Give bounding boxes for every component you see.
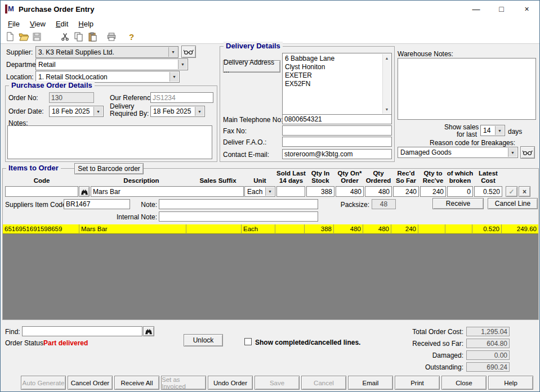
chevron-down-icon[interactable]: ▼ — [195, 107, 204, 116]
save-button: Save — [255, 376, 300, 390]
maximize-button[interactable]: □ — [489, 1, 514, 17]
col-header-latest-cost: LatestCost — [473, 169, 503, 184]
menu-edit[interactable]: Edit — [51, 19, 73, 29]
latest-cost-input[interactable] — [474, 186, 502, 197]
address-scrollbar[interactable]: ▲ ▼ — [382, 54, 391, 114]
open-folder-icon[interactable] — [17, 31, 30, 43]
col-header-code: Code — [5, 169, 78, 184]
breakages-combo[interactable]: Damaged Goods ▼ — [398, 147, 518, 158]
chevron-down-icon[interactable]: ▼ — [93, 107, 102, 116]
delivery-address-button[interactable]: Delivery Address ... — [223, 60, 280, 73]
print-button[interactable]: Print — [395, 376, 440, 390]
unlock-button[interactable]: Unlock — [184, 334, 223, 346]
our-reference-label: Our Reference: — [110, 94, 156, 102]
suppliers-item-code-input[interactable] — [64, 199, 130, 209]
item-code-input[interactable] — [5, 186, 78, 197]
find-search-button[interactable] — [143, 326, 154, 336]
chevron-down-icon[interactable]: ▼ — [169, 72, 178, 82]
copy-icon[interactable] — [72, 31, 85, 43]
sold-last-input[interactable] — [276, 186, 305, 197]
close-button[interactable]: × — [514, 1, 539, 17]
check-icon: ✓ — [508, 188, 514, 196]
save-icon — [30, 31, 43, 43]
outstanding-field: 690.24 — [466, 362, 510, 372]
our-reference-input[interactable] — [150, 92, 213, 103]
department-combo[interactable]: Retail ▼ — [35, 58, 188, 70]
breakages-lookup-button[interactable] — [520, 146, 535, 159]
order-date-combo[interactable]: 18 Feb 2025 ▼ — [49, 106, 104, 117]
recd-so-far-input[interactable] — [393, 186, 419, 197]
chevron-down-icon[interactable]: ▼ — [168, 47, 177, 57]
scroll-up-icon[interactable]: ▲ — [383, 54, 391, 62]
notes-textarea[interactable] — [7, 125, 212, 159]
cell-broken — [445, 224, 472, 234]
supplier-combo[interactable]: 3. K3 Retail Supplies Ltd. ▼ — [35, 46, 178, 58]
chevron-down-icon[interactable]: ▼ — [508, 148, 517, 157]
cell-description: Mars Bar — [79, 224, 186, 234]
delivery-address-box[interactable]: 6 Babbage Lane Clyst Honiton EXETER EX52… — [282, 53, 392, 115]
help-icon[interactable]: ? — [125, 31, 138, 43]
minimize-button[interactable]: — — [463, 1, 489, 17]
cell-code: 6516951691598659 — [3, 224, 79, 234]
discard-line-button[interactable]: × — [519, 186, 530, 197]
show-sales-combo[interactable]: 14 ▼ — [480, 125, 505, 136]
qty-ordered-input[interactable] — [365, 186, 392, 197]
fax-label: Fax No: — [223, 127, 247, 135]
undo-order-button[interactable]: Undo Order — [208, 376, 253, 390]
glasses-icon — [523, 150, 533, 156]
titlebar: M Purchase Order Entry — □ × — [1, 1, 539, 17]
cancel-line-button[interactable]: Cancel Line — [488, 198, 538, 209]
help-button[interactable]: Help — [488, 376, 533, 390]
supplier-lookup-button[interactable] — [181, 46, 196, 58]
cancel-order-button[interactable]: Cancel Order — [68, 376, 113, 390]
on-order-input[interactable] — [336, 186, 364, 197]
code-search-button[interactable] — [79, 186, 90, 197]
fao-input[interactable] — [282, 137, 392, 147]
fao-label: Deliver F.A.O.: — [223, 138, 266, 146]
chevron-down-icon[interactable]: ▼ — [495, 126, 504, 135]
internal-note-input[interactable] — [159, 211, 318, 222]
window-title: Purchase Order Entry — [19, 5, 94, 13]
chevron-down-icon[interactable]: ▼ — [178, 60, 187, 69]
new-document-icon[interactable] — [3, 31, 16, 43]
receive-button[interactable]: Receive — [432, 198, 484, 209]
cell-recd: 240 — [391, 224, 418, 234]
col-header-sales-suffix: Sales Suffix — [192, 169, 244, 184]
menu-file[interactable]: File — [3, 19, 25, 29]
email-button[interactable]: Email — [348, 376, 393, 390]
print-icon[interactable] — [105, 31, 118, 43]
glasses-icon — [184, 49, 194, 55]
phone-input[interactable] — [282, 114, 392, 124]
warehouse-notes-label: Warehouse Notes: — [398, 50, 453, 58]
scroll-down-icon[interactable]: ▼ — [383, 105, 391, 114]
binoculars-icon — [81, 188, 88, 195]
purchase-order-entry-window: M Purchase Order Entry — □ × File View E… — [0, 0, 540, 392]
warehouse-notes-textarea[interactable] — [398, 58, 536, 120]
email-input[interactable] — [282, 149, 392, 159]
delivery-required-combo[interactable]: 18 Feb 2025 ▼ — [150, 106, 205, 117]
menu-view[interactable]: View — [25, 19, 51, 29]
unit-combo[interactable]: Each ▼ — [244, 186, 275, 197]
accept-line-button[interactable]: ✓ — [506, 186, 517, 197]
close-window-button[interactable]: Close — [441, 376, 487, 390]
show-completed-checkbox[interactable] — [244, 338, 252, 345]
qty-to-receive-input[interactable] — [420, 186, 446, 197]
find-input[interactable] — [22, 326, 142, 336]
fax-input[interactable] — [282, 125, 392, 136]
show-completed-label: Show completed/cancelled lines. — [255, 339, 360, 346]
order-lines-grid: 6516951691598659 Mars Bar Each 388 480 4… — [3, 224, 538, 319]
chevron-down-icon[interactable]: ▼ — [265, 187, 274, 196]
col-header-qty-on-order: Qty On*Order — [334, 169, 365, 184]
broken-input[interactable] — [447, 186, 473, 197]
receive-all-button[interactable]: Receive All — [114, 376, 159, 390]
order-line-row-selected[interactable]: 6516951691598659 Mars Bar Each 388 480 4… — [3, 224, 538, 234]
cut-icon[interactable] — [59, 31, 72, 43]
note-input[interactable] — [159, 199, 318, 209]
paste-icon[interactable] — [86, 31, 99, 43]
menu-help[interactable]: Help — [73, 19, 99, 29]
outstanding-label: Outstanding: — [390, 363, 463, 371]
address-line: 6 Babbage Lane — [285, 55, 381, 63]
item-description-input[interactable] — [91, 186, 244, 197]
col-header-qty-to-receive: Qty toRec've — [419, 169, 447, 184]
stock-input[interactable] — [306, 186, 334, 197]
